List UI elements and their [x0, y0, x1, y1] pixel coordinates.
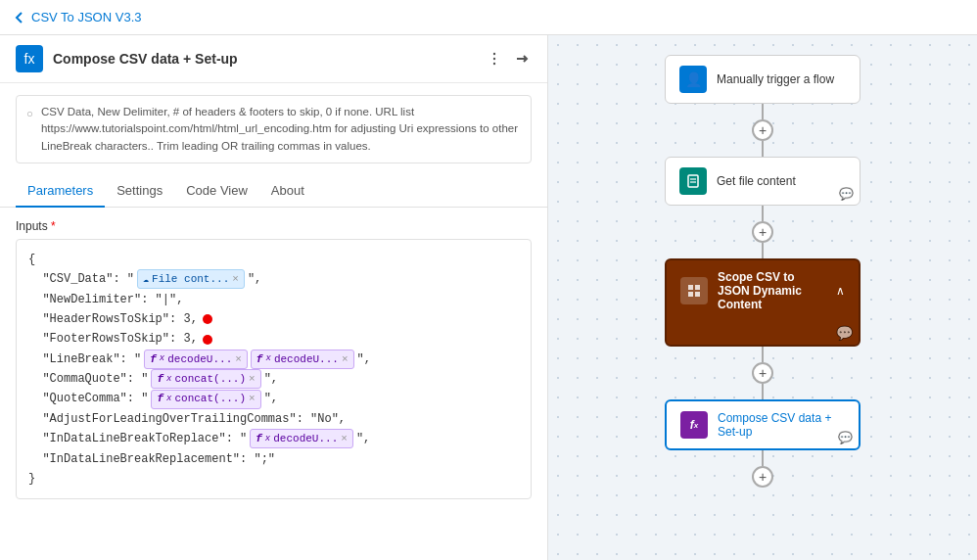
- connector-line-2b: [762, 243, 764, 258]
- connector-line-1: [762, 104, 764, 119]
- code-line-open: {: [28, 250, 519, 269]
- chip-fx-sub-2: x: [265, 351, 270, 366]
- header-error-indicator: [203, 314, 212, 324]
- more-options-button[interactable]: [485, 49, 504, 69]
- connector-line-3: [762, 347, 764, 362]
- chip-decode2-label: decodeU...: [274, 350, 339, 369]
- svg-rect-8: [688, 292, 693, 297]
- connector-2: +: [665, 206, 861, 258]
- scope-header: Scope CSV to JSON Dynamic Content ∧: [667, 260, 859, 321]
- chip-close-decode2[interactable]: ×: [342, 350, 349, 369]
- fx-icon-2: f: [256, 350, 263, 369]
- svg-point-0: [493, 53, 495, 55]
- back-label: CSV To JSON V3.3: [31, 10, 141, 24]
- chip-fx-sub-5: x: [265, 432, 270, 446]
- flow-node-scope[interactable]: Scope CSV to JSON Dynamic Content ∧ 💬: [665, 258, 861, 347]
- svg-rect-3: [688, 175, 698, 187]
- code-line-footerrows: "FooterRowsToSkip": 3,: [28, 329, 519, 349]
- tab-codeview[interactable]: Code View: [174, 175, 259, 208]
- chip-concat1[interactable]: fx concat(...) ×: [151, 369, 260, 389]
- inputs-area: Inputs * { "CSV_Data": " ☁ File cont... …: [0, 208, 547, 560]
- required-marker: *: [51, 219, 56, 233]
- chip-fx-sub-1: x: [160, 351, 164, 366]
- scope-icon: [680, 277, 708, 304]
- right-panel: 👤 Manually trigger a flow + Get file con…: [548, 35, 977, 560]
- description-text: CSV Data, New Delimiter, # of headers & …: [41, 104, 521, 155]
- fx-icon-1: f: [150, 350, 157, 369]
- connector-3: +: [665, 347, 861, 399]
- chip-decode3-label: decodeU...: [273, 430, 338, 448]
- code-line-headerrows: "HeaderRowsToSkip": 3,: [28, 309, 519, 329]
- chip-decode1[interactable]: fx decodeU... ×: [144, 350, 248, 369]
- fx-icon-3: f: [157, 370, 163, 389]
- chip-fx-sub-4: x: [166, 392, 171, 406]
- chip-fx-sub-3: x: [166, 372, 171, 387]
- compose-footer-icon: 💬: [838, 431, 853, 444]
- fx-icon-4: f: [157, 390, 163, 408]
- topbar: CSV To JSON V3.3: [0, 0, 977, 35]
- svg-rect-6: [688, 285, 693, 290]
- tab-settings[interactable]: Settings: [105, 175, 174, 208]
- connector-4: +: [665, 450, 861, 488]
- code-line-linebreak: "LineBreak": " fx decodeU... × fx decode…: [28, 350, 519, 369]
- fx-icon-5: f: [256, 430, 262, 448]
- scope-footer-icon: 💬: [836, 325, 853, 341]
- tab-parameters[interactable]: Parameters: [16, 175, 105, 208]
- svg-point-1: [493, 58, 495, 60]
- trigger-label: Manually trigger a flow: [717, 72, 846, 86]
- back-button[interactable]: CSV To JSON V3.3: [12, 10, 141, 25]
- get-file-label: Get file content: [717, 174, 846, 188]
- compose-icon: fx: [680, 411, 708, 439]
- chip-close-concat1[interactable]: ×: [249, 370, 256, 389]
- chip-concat2[interactable]: fx concat(...) ×: [151, 390, 260, 409]
- code-line-replacement: "InDataLineBreakReplacement": ";": [28, 449, 519, 469]
- footer-error-indicator: [203, 335, 212, 345]
- chip-close-decode3[interactable]: ×: [341, 430, 348, 448]
- chip-file-content[interactable]: ☁ File cont... ×: [137, 269, 245, 289]
- chip-close-icon[interactable]: ×: [232, 270, 239, 289]
- add-step-3-button[interactable]: +: [752, 362, 773, 384]
- scope-footer: 💬: [667, 321, 859, 345]
- compose-label: Compose CSV data + Set-up: [718, 411, 845, 439]
- add-step-2-button[interactable]: +: [752, 221, 773, 243]
- panel-title: Compose CSV data + Set-up: [53, 51, 475, 67]
- connector-line-2: [762, 206, 764, 221]
- main-layout: fx Compose CSV data + Set-up ○ CSV Data: [0, 35, 977, 560]
- panel-icon: fx: [16, 45, 43, 72]
- tab-about[interactable]: About: [259, 175, 316, 208]
- description-box: ○ CSV Data, New Delimiter, # of headers …: [16, 95, 532, 163]
- code-line-commaquote: "CommaQuote": " fx concat(...) × ",: [28, 369, 519, 389]
- code-line-quotecomma: "QuoteComma": " fx concat(...) × ",: [28, 389, 519, 408]
- code-line-adjust: "AdjustForLeadingOverTrailingCommas": "N…: [28, 409, 519, 429]
- panel-header: fx Compose CSV data + Set-up: [0, 35, 547, 83]
- svg-rect-9: [695, 292, 700, 297]
- close-panel-button[interactable]: [512, 49, 532, 69]
- add-step-4-button[interactable]: +: [752, 466, 773, 488]
- get-file-icon: [679, 167, 707, 195]
- flow-node-compose[interactable]: fx Compose CSV data + Set-up 💬: [665, 399, 861, 450]
- code-line-indatalinebreak: "InDataLineBreakToReplace": " fx decodeU…: [28, 429, 519, 448]
- svg-point-2: [493, 63, 495, 65]
- chip-decode1-label: decodeU...: [167, 350, 232, 369]
- inputs-label: Inputs *: [16, 219, 532, 233]
- chip-close-decode1[interactable]: ×: [235, 350, 242, 369]
- code-line-newdelimiter: "NewDelimiter": "|",: [28, 290, 519, 309]
- chip-label: File cont...: [152, 270, 229, 289]
- chip-decode3[interactable]: fx decodeU... ×: [250, 429, 353, 448]
- code-line-csvdata: "CSV_Data": " ☁ File cont... × ",: [28, 269, 519, 289]
- svg-rect-7: [695, 285, 700, 290]
- desc-bullet: ○: [26, 106, 33, 155]
- code-block[interactable]: { "CSV_Data": " ☁ File cont... × ", "New…: [16, 239, 532, 500]
- scope-label: Scope CSV to JSON Dynamic Content: [718, 270, 826, 311]
- chip-close-concat2[interactable]: ×: [249, 390, 256, 408]
- flow-node-trigger[interactable]: 👤 Manually trigger a flow: [665, 55, 861, 104]
- flow-node-get-file[interactable]: Get file content 💬: [665, 157, 861, 206]
- chip-concat2-label: concat(...): [174, 390, 246, 408]
- chip-decode2[interactable]: fx decodeU... ×: [251, 350, 354, 369]
- panel-icon-label: fx: [24, 51, 35, 67]
- panel-header-actions: [485, 49, 532, 69]
- cloud-icon: ☁: [143, 271, 149, 288]
- connector-1: +: [665, 104, 861, 157]
- trigger-icon: 👤: [679, 66, 707, 93]
- add-step-1-button[interactable]: +: [752, 119, 773, 141]
